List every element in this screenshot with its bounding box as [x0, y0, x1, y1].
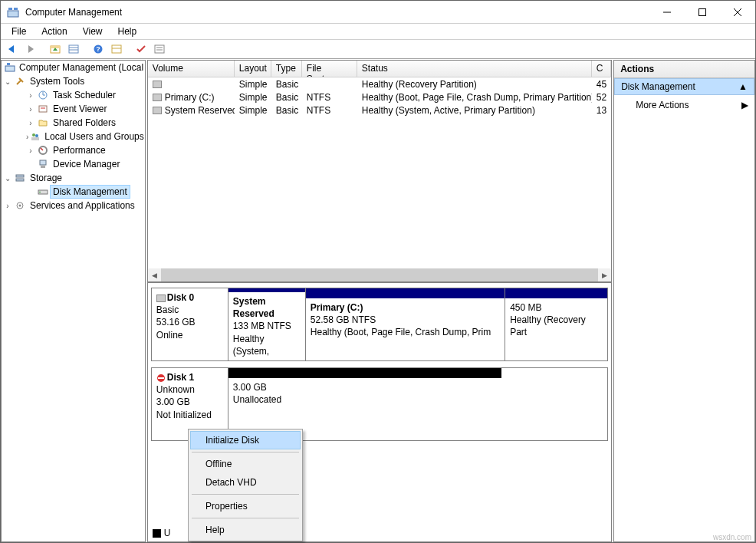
context-item-help[interactable]: Help	[190, 521, 301, 539]
refresh-button[interactable]	[108, 41, 125, 58]
volume-list[interactable]: Volume Layout Type File System Status C …	[147, 60, 612, 282]
expand-icon[interactable]: ›	[26, 133, 28, 141]
app-icon	[7, 6, 19, 18]
col-capacity[interactable]: C	[592, 61, 611, 77]
perf-icon	[37, 144, 49, 156]
actions-more[interactable]: More Actions ▶	[614, 95, 754, 115]
cell: Healthy (Recovery Partition)	[357, 79, 592, 90]
help-button[interactable]: ?	[90, 41, 107, 58]
expand-icon[interactable]: ›	[26, 105, 35, 114]
actions-section[interactable]: Disk Management ▲	[614, 78, 754, 95]
col-filesystem[interactable]: File System	[302, 61, 357, 77]
window-title: Computer Management	[24, 7, 649, 18]
cell: 13	[592, 105, 611, 116]
tree-label: Task Scheduler	[51, 89, 118, 101]
expand-icon[interactable]: ›	[26, 119, 35, 127]
menu-action[interactable]: Action	[34, 25, 74, 38]
computer-icon	[5, 61, 15, 74]
cell: 52	[592, 92, 611, 103]
legend-label: U	[164, 528, 171, 538]
tree-root-label: Computer Management (Local	[17, 61, 146, 74]
tree-services[interactable]: ›Services and Applications	[2, 199, 145, 212]
cell: Basic	[271, 79, 302, 90]
svg-rect-0	[8, 11, 18, 17]
tree-label: Disk Management	[51, 186, 130, 198]
tree-shared-folders[interactable]: ›Shared Folders	[2, 116, 145, 130]
back-button[interactable]	[4, 41, 21, 58]
svg-rect-14	[112, 45, 121, 53]
tree-label: Device Manager	[51, 158, 122, 170]
minimize-button[interactable]	[649, 1, 685, 24]
storage-icon	[14, 172, 26, 184]
partition-stripe	[505, 288, 607, 298]
menu-help[interactable]: Help	[110, 25, 145, 38]
expand-icon[interactable]: ›	[26, 146, 35, 155]
cell: System Reserved	[148, 105, 235, 116]
tree-label: Local Users and Groups	[42, 130, 145, 143]
menubar: File Action View Help	[1, 24, 755, 39]
tree-local-users[interactable]: ›Local Users and Groups	[2, 130, 145, 143]
menu-view[interactable]: View	[75, 25, 110, 38]
scroll-track[interactable]	[161, 268, 598, 281]
tree-storage[interactable]: ⌄Storage	[2, 171, 145, 185]
volume-row[interactable]: Primary (C:)SimpleBasicNTFSHealthy (Boot…	[148, 90, 611, 104]
disk-info[interactable]: Disk 0Basic53.16 GBOnline	[152, 288, 228, 360]
tree-disk-management[interactable]: ›Disk Management	[2, 185, 145, 199]
col-volume[interactable]: Volume	[148, 61, 235, 77]
tree-event-viewer[interactable]: ›Event Viewer	[2, 102, 145, 116]
actions-pane: Actions Disk Management ▲ More Actions ▶	[613, 60, 755, 542]
titlebar: Computer Management	[1, 1, 755, 24]
disk-block[interactable]: Disk 0Basic53.16 GBOnlineSystem Reserved…	[151, 288, 608, 361]
expand-icon[interactable]: ›	[26, 91, 35, 100]
expand-icon[interactable]: ›	[3, 202, 12, 210]
list-button[interactable]	[151, 41, 168, 58]
partition-stripe	[228, 368, 501, 378]
svg-point-27	[35, 134, 38, 137]
partition[interactable]: Primary (C:)52.58 GB NTFSHealthy (Boot, …	[305, 288, 505, 360]
cell: Basic	[271, 105, 302, 116]
menu-file[interactable]: File	[4, 25, 34, 38]
tree-system-tools[interactable]: ⌄ System Tools	[2, 74, 145, 88]
collapse-icon[interactable]: ⌄	[3, 77, 12, 86]
col-type[interactable]: Type	[271, 61, 302, 77]
tree-device-manager[interactable]: ›Device Manager	[2, 157, 145, 171]
tree-performance[interactable]: ›Performance	[2, 143, 145, 157]
nav-tree[interactable]: Computer Management (Local ⌄ System Tool…	[1, 60, 146, 542]
scroll-right-icon[interactable]: ▶	[598, 268, 611, 281]
toolbar: ?	[1, 39, 755, 59]
cell: Simple	[235, 92, 271, 103]
tree-task-scheduler[interactable]: ›Task Scheduler	[2, 88, 145, 102]
col-layout[interactable]: Layout	[235, 61, 271, 77]
context-separator	[192, 518, 299, 518]
cell: Basic	[271, 92, 302, 103]
context-item-detach-vhd[interactable]: Detach VHD	[190, 473, 301, 492]
context-item-offline[interactable]: Offline	[190, 455, 301, 473]
check-button[interactable]	[133, 41, 150, 58]
svg-text:?: ?	[96, 45, 100, 53]
col-status[interactable]: Status	[357, 61, 592, 77]
close-button[interactable]	[720, 1, 755, 24]
submenu-arrow-icon: ▶	[741, 100, 748, 110]
forward-button[interactable]	[22, 41, 39, 58]
context-item-properties[interactable]: Properties	[190, 497, 301, 515]
scroll-left-icon[interactable]: ◀	[148, 268, 161, 281]
legend: U	[153, 528, 171, 538]
maximize-button[interactable]	[685, 1, 720, 24]
volume-row[interactable]: SimpleBasicHealthy (Recovery Partition)4…	[148, 77, 611, 90]
svg-rect-28	[31, 137, 39, 140]
users-icon	[30, 130, 41, 143]
volume-header[interactable]: Volume Layout Type File System Status C	[148, 61, 611, 77]
collapse-icon[interactable]: ⌄	[3, 174, 12, 183]
context-item-initialize-disk[interactable]: Initialize Disk	[190, 431, 301, 449]
tree-root[interactable]: Computer Management (Local	[2, 61, 145, 74]
tree-label: System Tools	[28, 75, 87, 87]
svg-rect-40	[158, 377, 164, 379]
partition[interactable]: System Reserved133 MB NTFSHealthy (Syste…	[228, 288, 305, 360]
partition[interactable]: 450 MBHealthy (Recovery Part	[505, 288, 607, 360]
properties-button[interactable]	[65, 41, 82, 58]
horizontal-scrollbar[interactable]: ◀ ▶	[148, 268, 611, 281]
svg-rect-2	[14, 8, 18, 10]
up-button[interactable]	[47, 41, 64, 58]
cell: Primary (C:)	[148, 92, 235, 103]
volume-row[interactable]: System ReservedSimpleBasicNTFSHealthy (S…	[148, 104, 611, 117]
